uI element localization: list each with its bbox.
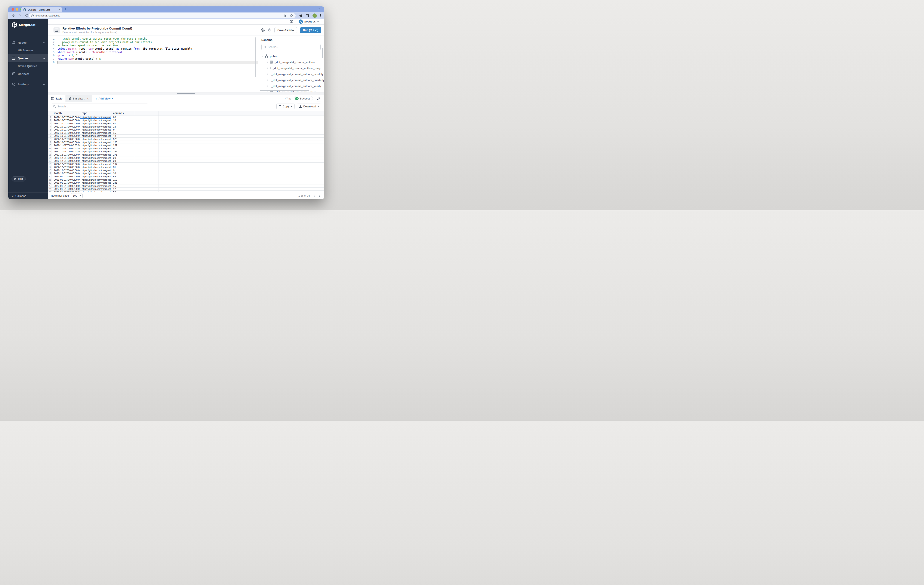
url-bar[interactable]: localhost:3300/queries [29,13,295,18]
cell-empty[interactable] [158,169,182,172]
cell-empty[interactable] [135,181,158,184]
forward-button[interactable] [18,14,21,17]
cell-empty[interactable] [135,188,158,191]
rows-per-page-select[interactable]: 100 [71,193,82,198]
cell-empty[interactable] [158,147,182,150]
cell-repo[interactable]: https://github.com/mergestat/... [80,188,111,191]
cell-commits[interactable]: 528 [111,137,135,140]
cell-month[interactable]: 2023-01-01T00:00:00.000Z [52,175,80,178]
cell-month[interactable]: 2022-10-01T00:00:00.000Z [52,128,80,131]
cell-empty[interactable] [135,135,158,137]
cell-empty[interactable] [135,175,158,178]
cell-empty[interactable] [158,128,182,131]
cell-month[interactable]: 2023-01-01T00:00:00.000Z [52,185,80,187]
sql-editor[interactable]: 1-- track commit counts across repos ove… [48,36,258,92]
cell-empty[interactable] [135,137,158,140]
cell-empty[interactable] [135,125,158,128]
code-line[interactable]: 3-- have been spent on over the last 6mo [48,44,258,47]
cell-month[interactable]: 2022-11-01T00:00:00.000Z [52,144,80,147]
reload-button[interactable] [25,14,28,17]
expand-results-button[interactable] [316,96,321,101]
cell-empty[interactable] [135,156,158,159]
cell-month[interactable]: 2022-10-01T00:00:00.000Z [52,141,80,144]
cell-commits[interactable]: 9 [111,169,135,172]
cell-month[interactable]: 2022-12-01T00:00:00.000Z [52,169,80,172]
cell-empty[interactable] [135,153,158,156]
cell-repo[interactable]: https://github.com/mergestat/... [80,175,111,178]
cell-empty[interactable] [135,185,158,187]
cell-empty[interactable] [158,163,182,165]
cell-commits[interactable]: 68 [111,175,135,178]
tab-bar-chart[interactable]: Bar chart ✕ [66,95,92,102]
cell-empty[interactable] [158,137,182,140]
cell-empty[interactable] [158,175,182,178]
cell-empty[interactable] [158,135,182,137]
cell-commits[interactable]: 256 [111,150,135,153]
cell-empty[interactable] [135,150,158,153]
database-account-menu[interactable]: postgres [299,20,319,24]
resize-grip[interactable] [177,93,195,94]
cell-empty[interactable] [135,147,158,150]
close-window-button[interactable] [12,8,14,11]
cell-commits[interactable]: 80 [111,116,135,119]
cell-month[interactable]: 2022-12-01T00:00:00.000Z [52,159,80,162]
cell-repo[interactable]: https://github.com/mergestat/... [80,125,111,128]
cell-empty[interactable] [158,172,182,175]
cell-month[interactable]: 2022-12-01T00:00:00.000Z [52,172,80,175]
cell-month[interactable]: 2022-11-01T00:00:00.000Z [52,147,80,150]
cell-commits[interactable]: 126 [111,141,135,144]
code-line[interactable]: 7having sum(commit_count) > 5 [48,57,258,61]
close-tab-icon[interactable]: ✕ [87,97,89,100]
sidebar-item-repos[interactable]: Repos [8,38,48,47]
extensions-icon[interactable] [299,14,302,17]
add-view-button[interactable]: + Add View [96,97,114,100]
query-description-placeholder[interactable]: Enter a short description for this query… [63,31,259,34]
schema-table-item[interactable]: _dbt_mergestat_commit_authors [267,59,321,65]
next-page-icon[interactable] [319,195,321,197]
cell-commits[interactable]: 273 [111,153,135,156]
cell-month[interactable]: 2023-01-01T00:00:00.000Z [52,188,80,191]
share-icon[interactable] [284,14,286,17]
cell-empty[interactable] [135,141,158,144]
cell-commits[interactable]: 9 [111,128,135,131]
sidebar-item-git-sources[interactable]: Git Sources [8,47,48,54]
cell-commits[interactable]: 15 [111,185,135,187]
cell-repo[interactable]: https://github.com/mergestat/... [80,153,111,156]
minimize-window-button[interactable] [16,8,18,11]
cell-repo[interactable]: https://github.com/mergestat/... [80,119,111,122]
sidebar-item-queries[interactable]: Queries [8,54,48,62]
cell-month[interactable]: 2022-12-01T00:00:00.000Z [52,153,80,156]
cell-commits[interactable]: 17 [111,188,135,191]
code-line[interactable]: 1-- track commit counts across repos ove… [48,37,258,41]
column-header-empty[interactable] [48,111,52,116]
schema-table-item[interactable]: _dbt_mergestat_commit_authors_quarterly [267,77,321,83]
side-panel-icon[interactable] [306,14,309,17]
new-tab-button[interactable]: + [64,7,66,11]
cell-month[interactable]: 2023-01-01T00:00:00.000Z [52,181,80,184]
download-button[interactable]: Download [297,104,321,109]
bookmark-star-icon[interactable] [290,14,293,17]
code-line[interactable]: 6group by 1, 2 [48,54,258,57]
cell-empty[interactable] [135,128,158,131]
cell-empty[interactable] [135,169,158,172]
schema-table-item[interactable]: _dbt_mergestat_commit_authors_daily [267,65,321,71]
cell-repo[interactable]: https://github.com/mergestat/... [80,131,111,134]
cell-commits[interactable]: 31 [111,166,135,169]
cell-empty[interactable] [158,141,182,144]
browser-profile-avatar[interactable]: P [312,13,317,18]
cell-month[interactable]: 2023-01-01T00:00:00.000Z [52,178,80,181]
sidebar-item-settings[interactable]: Settings [8,80,48,88]
cell-repo[interactable]: https://github.com/mergestat/... [80,156,111,159]
cell-commits[interactable]: 15 [111,131,135,134]
cell-repo[interactable]: https://github.com/mergestat/... [80,166,111,169]
cell-empty[interactable] [135,116,158,119]
cell-commits[interactable]: 38 [111,172,135,175]
cell-month[interactable]: 2022-12-01T00:00:00.000Z [52,166,80,169]
cell-month[interactable]: 2022-10-01T00:00:00.000Z [52,125,80,128]
cell-empty[interactable] [158,131,182,134]
browser-tab[interactable]: Queries - MergeStat ✕ [21,7,62,12]
browser-menu-icon[interactable] [320,14,321,17]
cell-empty[interactable] [135,159,158,162]
cell-repo[interactable]: https://github.com/mergestat/... [80,185,111,187]
cell-commits[interactable]: 18 [111,119,135,122]
